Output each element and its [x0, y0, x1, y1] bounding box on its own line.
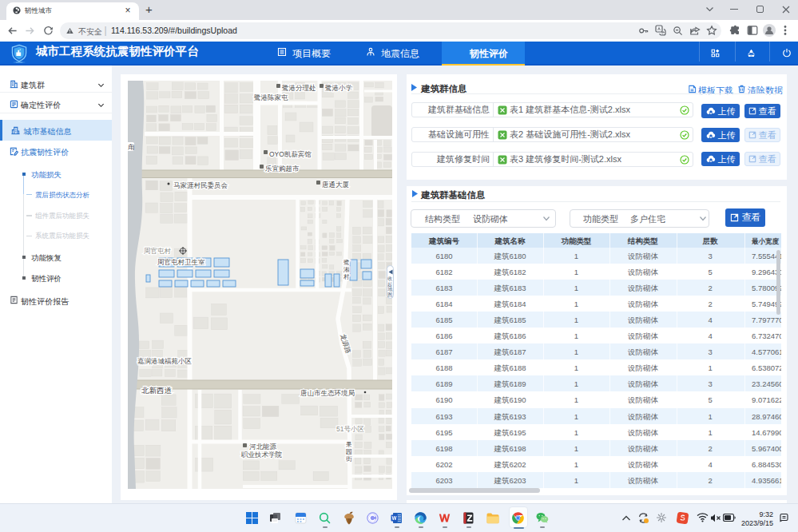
svg-text:马家涯村民委员会: 马家涯村民委员会 — [173, 181, 228, 189]
svg-text:唐通大厦: 唐通大厦 — [322, 181, 350, 189]
svg-text:周官屯村卫生室: 周官屯村卫生室 — [157, 258, 205, 266]
svg-text:村: 村 — [343, 273, 350, 280]
svg-text:果: 果 — [346, 441, 352, 448]
svg-text:职业技术学院: 职业技术学院 — [240, 451, 283, 459]
svg-text:鹭港陈家屯: 鹭港陈家屯 — [253, 93, 288, 101]
svg-text:周官屯村: 周官屯村 — [144, 247, 172, 255]
svg-text:街: 街 — [346, 455, 352, 463]
svg-text:51号小区: 51号小区 — [336, 425, 364, 433]
svg-text:河北能源: 河北能源 — [249, 443, 277, 451]
svg-text:鹭: 鹭 — [343, 259, 350, 266]
svg-text:鹭港分理处: 鹭港分理处 — [281, 84, 316, 92]
svg-text:乐宜购超市: 乐宜购超市 — [264, 165, 300, 173]
svg-text:OYO凯薪宾馆: OYO凯薪宾馆 — [269, 150, 312, 158]
svg-text:北新西道: 北新西道 — [141, 386, 173, 395]
svg-text:甪: 甪 — [128, 143, 135, 151]
svg-text:园: 园 — [346, 448, 352, 455]
svg-text:唐山市生态环境局: 唐山市生态环境局 — [300, 389, 355, 397]
svg-text:湘: 湘 — [343, 266, 350, 273]
svg-text:鹭港小学: 鹭港小学 — [324, 84, 353, 92]
svg-text:嘉润港城福苑小区: 嘉润港城福苑小区 — [137, 357, 192, 365]
